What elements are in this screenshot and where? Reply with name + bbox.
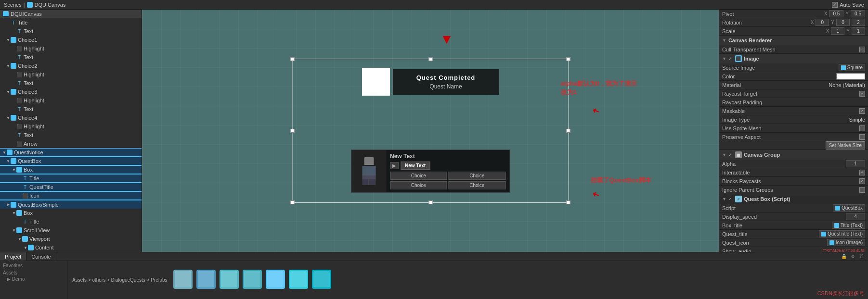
assets-tree-item[interactable]: ▶ Demo <box>3 276 64 282</box>
scale-label: Scale <box>722 28 826 34</box>
tree-label: Viewport <box>29 236 50 242</box>
tree-item-choice1[interactable]: ▼ Choice1 <box>0 36 142 44</box>
choice-btn-3[interactable]: Choice <box>390 181 447 189</box>
main-layout: DQUICanvas T Title T Text ▼ Choice1 <box>0 10 868 252</box>
tree-item-box-title[interactable]: T Title <box>0 174 142 183</box>
color-swatch[interactable] <box>836 73 865 80</box>
handle-tc[interactable] <box>428 57 432 61</box>
tree-item-stitle[interactable]: T Title <box>0 217 142 226</box>
tree-item-content[interactable]: ▼ Content <box>0 243 142 252</box>
asset-item-7[interactable] <box>312 270 331 290</box>
tree-arrow: ▶ <box>6 202 11 207</box>
source-image-label: Source Image <box>722 65 839 71</box>
tree-item-questtitle[interactable]: T QuestTitle <box>0 183 142 191</box>
tree-item-c4-text[interactable]: T Text <box>0 131 142 139</box>
raycast-label: Raycast Target <box>722 91 859 97</box>
scenes-tab[interactable]: Scenes | DQUICanvas <box>4 2 65 8</box>
obj-icon <box>11 202 16 208</box>
tree-item-c2-text[interactable]: T Text <box>0 79 142 87</box>
cull-checkbox[interactable] <box>859 47 865 52</box>
tree-item-title[interactable]: T Title <box>0 18 142 27</box>
canvas-area[interactable]: ▼ Quest Completed Quest Name <box>142 10 719 252</box>
tree-item-choice3[interactable]: ▼ Choice3 <box>0 87 142 96</box>
asset-item-5[interactable] <box>266 270 285 290</box>
interactable-checkbox[interactable] <box>859 170 865 175</box>
quest-box-script-header[interactable]: ▼ ✓ # Quest Box (Script) <box>719 194 868 204</box>
tree-item-scrollview[interactable]: ▼ Scroll View <box>0 226 142 235</box>
tree-item-choice2[interactable]: ▼ Choice2 <box>0 62 142 70</box>
choice-btn-4[interactable]: Choice <box>449 181 506 189</box>
canvas-renderer-section-header[interactable]: ▼ Canvas Renderer <box>719 36 868 45</box>
tree-item-questbox[interactable]: ▼ QuestBox <box>0 157 142 165</box>
quest-icon-value[interactable]: Icon (Image) <box>827 239 865 246</box>
handle-ml[interactable] <box>291 129 295 133</box>
inspector-row-use-sprite: Use Sprite Mesh <box>719 124 868 133</box>
tree-item-choice4[interactable]: ▼ Choice4 <box>0 113 142 122</box>
quest-title-value[interactable]: QuestTitle (Text) <box>819 230 865 237</box>
rotation-z-field[interactable]: 2 <box>852 19 865 26</box>
handle-tr[interactable] <box>567 57 570 61</box>
inspector-row-quest-title: Quest_title QuestTitle (Text) <box>719 230 868 238</box>
box-title-value[interactable]: Title (Text) <box>832 222 865 229</box>
tree-item-c1-highlight[interactable]: ⬛ Highlight <box>0 44 142 53</box>
tree-arrow <box>17 176 22 181</box>
new-text-active-btn[interactable]: New Text <box>401 162 430 170</box>
tree-item-questnotice[interactable]: ▼ QuestNotice <box>0 148 142 157</box>
asset-item-6[interactable] <box>289 270 308 290</box>
scale-y-field[interactable]: 1 <box>852 27 865 35</box>
alpha-value[interactable]: 1 <box>846 160 865 167</box>
handle-tl[interactable] <box>291 57 295 61</box>
inspector-row-color: Color <box>719 72 868 81</box>
hierarchy-tree[interactable]: T Title T Text ▼ Choice1 ⬛ Highlight <box>0 18 142 252</box>
scale-x-field[interactable]: 1 <box>831 27 844 35</box>
rotation-x-field[interactable]: 0 <box>816 19 829 26</box>
dialog-arrow-btn[interactable]: ▶ <box>390 162 399 169</box>
use-sprite-checkbox[interactable] <box>859 125 865 131</box>
tree-arrow: ▼ <box>23 245 28 250</box>
asset-item-4[interactable] <box>243 270 262 290</box>
source-image-value[interactable]: Square <box>839 64 865 71</box>
console-tab[interactable]: Console <box>26 252 56 261</box>
choice-btn-2[interactable]: Choice <box>449 172 506 180</box>
assets-header: Favorites <box>3 263 64 268</box>
pivot-x-field[interactable]: 0.5 <box>829 10 843 17</box>
handle-bc[interactable] <box>428 200 432 204</box>
tree-item-icon[interactable]: ⬛ Icon <box>0 191 142 200</box>
canvas-group-section-header[interactable]: ▼ ✓ ▦ Canvas Group <box>719 150 868 160</box>
rotation-y-field[interactable]: 0 <box>836 19 850 26</box>
auto-save-checkbox[interactable] <box>832 2 838 8</box>
raycast-checkbox[interactable] <box>859 91 865 97</box>
tree-item-c2-highlight[interactable]: ⬛ Highlight <box>0 70 142 79</box>
ignore-parent-checkbox[interactable] <box>859 187 865 193</box>
asset-item-3[interactable] <box>220 270 239 290</box>
choice-btn-1[interactable]: Choice <box>390 172 447 180</box>
asset-item-2[interactable] <box>196 270 216 290</box>
tree-item-c3-highlight[interactable]: ⬛ Highlight <box>0 96 142 105</box>
tree-item-text1[interactable]: T Text <box>0 27 142 36</box>
tree-item-c4-highlight[interactable]: ⬛ Highlight <box>0 122 142 131</box>
handle-bl[interactable] <box>291 200 295 204</box>
pivot-y-field[interactable]: 0.5 <box>851 10 865 17</box>
handle-mr[interactable] <box>567 129 570 133</box>
tree-arrow: ▼ <box>6 37 11 42</box>
handle-br[interactable] <box>567 200 570 204</box>
tree-item-box[interactable]: ▼ Box <box>0 165 142 174</box>
maskable-checkbox[interactable] <box>859 108 865 114</box>
project-tab[interactable]: Project <box>0 252 26 261</box>
preserve-aspect-checkbox[interactable] <box>859 134 865 140</box>
red-arrow-1: ➜ <box>591 105 601 117</box>
tree-item-viewport[interactable]: ▼ Viewport <box>0 235 142 243</box>
tree-item-c3-text[interactable]: T Text <box>0 105 142 113</box>
auto-save-area: Auto Save <box>832 2 864 8</box>
tree-item-sbox[interactable]: ▼ Box <box>0 209 142 217</box>
script-value[interactable]: QuestBox <box>833 204 865 212</box>
tree-item-arrow[interactable]: ⬛ Arrow <box>0 139 142 148</box>
tree-item-questbox-simple[interactable]: ▶ QuestBox/Simple <box>0 200 142 209</box>
blocks-raycasts-checkbox[interactable] <box>859 178 865 184</box>
set-native-size-btn[interactable]: Set Native Size <box>826 141 865 150</box>
image-section-header[interactable]: ▼ ✓ ⬛ Image <box>719 54 868 63</box>
quest-completed-box: Quest Completed Quest Name <box>362 68 499 96</box>
asset-item-1[interactable] <box>173 270 193 290</box>
display-speed-value[interactable]: 4 <box>846 213 865 220</box>
tree-item-c1-text[interactable]: T Text <box>0 53 142 62</box>
